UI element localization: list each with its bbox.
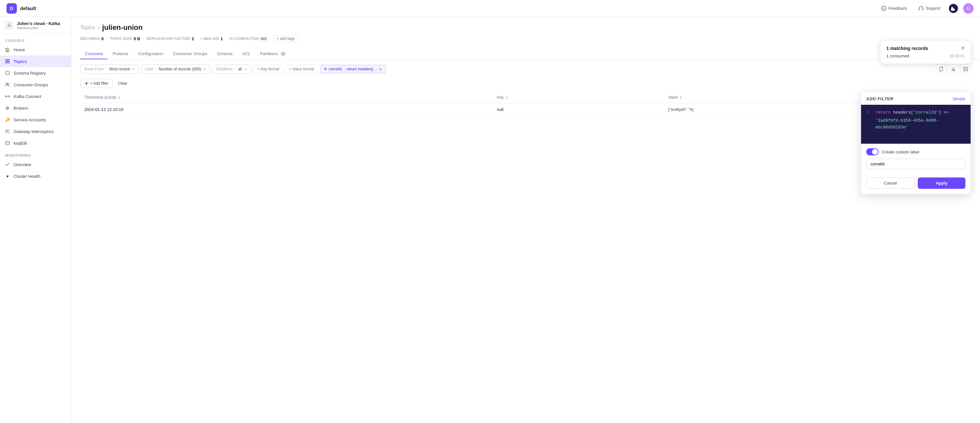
sort-icon-timestamp [117, 96, 121, 100]
filter-code-editor[interactable]: 1 return headers['correlId'] == '1ad9fbf… [861, 105, 970, 144]
sidebar-item-topics[interactable]: Topics [0, 56, 71, 67]
partitions-filter[interactable]: Partitions | all [213, 65, 251, 73]
app-name: default [20, 5, 36, 11]
add-filter-action-button[interactable]: + Add filter [80, 79, 113, 88]
show-from-filter[interactable]: Show From | Most recent [80, 65, 139, 73]
show-from-value: Most recent [109, 67, 130, 71]
key-format-button[interactable]: + Key format [254, 65, 283, 73]
min-isr-value: 1 [221, 36, 223, 41]
app-container: D default Feedback Support [0, 0, 980, 423]
custom-label-toggle[interactable] [866, 148, 878, 155]
col-timestamp[interactable]: Timestamp (Local) [80, 92, 493, 103]
custom-label-input[interactable] [866, 159, 966, 169]
cluster-info: Julien's cloud - Kafka shadow-julien [17, 21, 67, 30]
user-avatar[interactable]: U [963, 3, 974, 14]
kafka-connect-icon [5, 93, 10, 99]
sidebar-item-overview[interactable]: Overview [0, 159, 71, 170]
sidebar-label-gateway-interceptors: Gateway Interceptors [14, 129, 54, 134]
apply-button[interactable]: Apply [918, 177, 966, 189]
settings-button[interactable] [961, 64, 971, 74]
meta-compacted: IS COMPACTED NO [229, 36, 267, 41]
sidebar-item-schema-registry[interactable]: Schema Registry [0, 67, 71, 79]
chevron-down-icon-2 [202, 67, 207, 71]
sidebar-label-kafka-connect: Kafka Connect [14, 94, 41, 99]
filter-tag-value: return headers[… [347, 67, 377, 71]
sidebar-label-ksqldb: ksqlDB [14, 141, 27, 146]
cancel-button[interactable]: Cancel [866, 177, 915, 189]
sidebar-label-consumer-groups: Consumer Groups [14, 82, 48, 87]
min-isr-label: < MIN ISR [200, 37, 219, 40]
svg-point-4 [8, 24, 10, 26]
tabs-bar: Consume Produce Configuration Consumer G… [71, 44, 980, 59]
breadcrumb-topics[interactable]: Topics [80, 25, 95, 30]
tab-partitions[interactable]: Partitions 3 [256, 49, 291, 59]
key-format-label: + Key format [257, 67, 279, 71]
value-format-button[interactable]: + Value format [285, 65, 318, 73]
sidebar-label-schema-registry: Schema Registry [14, 71, 46, 76]
schema-icon [5, 70, 10, 76]
filter-mode-toggle[interactable]: Simple [953, 96, 966, 101]
refresh-icon [939, 67, 943, 71]
limit-label: Limit [145, 67, 153, 71]
topic-size-label: TOPIC SIZE [110, 37, 132, 40]
meta-replication: REPLICATION FACTOR 2 [147, 36, 194, 41]
svg-rect-2 [919, 9, 920, 10]
download-button[interactable] [948, 64, 959, 74]
filter-bar: Show From | Most recent Limit | Number o… [71, 59, 980, 79]
sidebar-item-gateway-interceptors[interactable]: Gateway Interceptors [0, 126, 71, 137]
refresh-button[interactable] [936, 64, 946, 74]
svg-point-7 [7, 26, 8, 27]
svg-rect-18 [966, 67, 968, 71]
chevron-down-icon-3 [244, 67, 248, 71]
sidebar-item-brokers[interactable]: ⚙ Brokers [0, 102, 71, 114]
sidebar-item-home[interactable]: 🏠 Home [0, 44, 71, 56]
moon-icon [951, 6, 956, 11]
active-filter-tag[interactable]: ✕ correlId | return headers[… [320, 65, 386, 73]
main-layout: Julien's cloud - Kafka shadow-julien CON… [0, 17, 980, 423]
replication-label: REPLICATION FACTOR [147, 37, 190, 40]
svg-point-1 [883, 8, 885, 10]
tab-schema[interactable]: Schema [213, 49, 237, 59]
svg-rect-17 [964, 67, 965, 71]
sidebar-item-kafka-connect[interactable]: Kafka Connect [0, 91, 71, 102]
col-key[interactable]: Key [493, 92, 664, 103]
tab-consume[interactable]: Consume [80, 49, 108, 59]
add-tags-button[interactable]: + add tags [274, 35, 298, 42]
table-icon-actions [936, 64, 971, 74]
sidebar-item-consumer-groups[interactable]: Consumer Groups [0, 79, 71, 91]
cluster-sub: shadow-julien [17, 26, 67, 30]
svg-rect-11 [5, 62, 10, 63]
cluster-name: Julien's cloud - Kafka [17, 21, 67, 26]
filter-tag-label: correlId [329, 67, 342, 71]
columns-icon [964, 67, 968, 71]
tab-consumer-groups[interactable]: Consumer Groups [168, 49, 212, 59]
records-value: 0 [102, 36, 104, 41]
tab-acl[interactable]: ACL [237, 49, 255, 59]
tab-configuration[interactable]: Configuration [134, 49, 167, 59]
partitions-badge: 3 [280, 51, 286, 56]
table-row[interactable]: 2024-01-12 12:10:10 null {"entityId": "h… [80, 103, 971, 118]
filter-panel-title: ADD FILTER [866, 96, 894, 101]
sidebar-label-overview: Overview [14, 162, 31, 167]
matching-popup-close[interactable]: ✕ [961, 46, 965, 51]
sidebar-item-ksqldb[interactable]: ksqlDB [0, 137, 71, 149]
cluster-selector[interactable]: Julien's cloud - Kafka shadow-julien [0, 17, 71, 34]
support-button[interactable]: Support [915, 4, 944, 13]
theme-toggle[interactable] [949, 4, 958, 13]
app-avatar: D [6, 3, 17, 14]
kafka-icon [6, 23, 12, 28]
chevron-down-icon-4 [379, 67, 382, 71]
sidebar: Julien's cloud - Kafka shadow-julien CON… [0, 17, 71, 423]
sidebar-item-service-accounts[interactable]: 🔑 Service Accounts [0, 114, 71, 126]
tab-produce[interactable]: Produce [108, 49, 133, 59]
download-icon [951, 67, 956, 71]
code-content: return headers['correlId'] == [875, 109, 948, 116]
feedback-button[interactable]: Feedback [878, 4, 910, 13]
ksqldb-icon [5, 140, 10, 146]
clear-button[interactable]: Clear [115, 79, 130, 88]
sort-icon-key [505, 96, 509, 100]
limit-filter[interactable]: Limit | Number of records (500) [141, 65, 210, 73]
sidebar-item-cluster-health[interactable]: ♥ Cluster Health [0, 170, 71, 182]
filter-tag-close[interactable]: ✕ [324, 67, 327, 71]
svg-point-13 [8, 83, 9, 85]
